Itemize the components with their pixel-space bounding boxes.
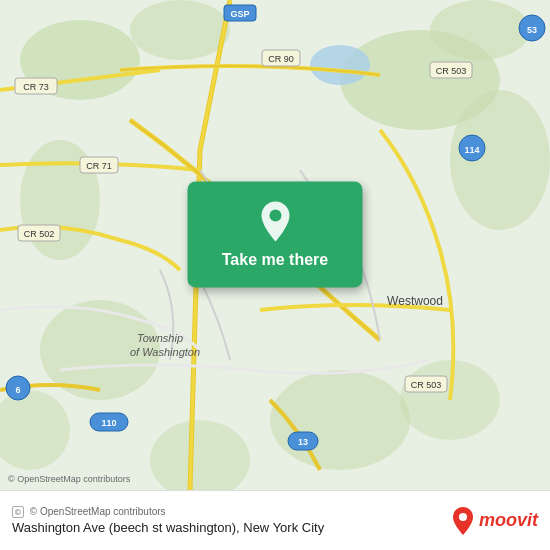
svg-text:of Washington: of Washington: [130, 346, 200, 358]
svg-text:CR 71: CR 71: [86, 161, 112, 171]
svg-text:GSP: GSP: [230, 9, 249, 19]
moovit-pin-icon: [451, 506, 475, 536]
svg-text:CR 502: CR 502: [24, 229, 55, 239]
svg-point-43: [269, 209, 281, 221]
svg-text:Westwood: Westwood: [387, 294, 443, 308]
osm-credit-text: © OpenStreetMap contributors: [30, 506, 166, 517]
svg-point-12: [310, 45, 370, 85]
take-me-there-button[interactable]: Take me there: [188, 181, 363, 287]
address-block: © © OpenStreetMap contributors Washingto…: [12, 506, 324, 535]
moovit-logo: moovit: [451, 506, 538, 536]
svg-point-2: [130, 0, 230, 60]
svg-point-6: [450, 90, 550, 230]
info-bar: © © OpenStreetMap contributors Washingto…: [0, 490, 550, 550]
osm-icon: ©: [12, 506, 24, 518]
map-container: CR 73 GSP CR 90 CR 503 53 CR 71 114 CR 5…: [0, 0, 550, 490]
svg-text:53: 53: [527, 25, 537, 35]
svg-point-9: [270, 370, 410, 470]
svg-point-44: [459, 513, 467, 521]
button-label: Take me there: [222, 251, 328, 269]
osm-attribution: © © OpenStreetMap contributors: [12, 506, 324, 518]
svg-point-4: [430, 0, 530, 60]
svg-text:© OpenStreetMap contributors: © OpenStreetMap contributors: [8, 474, 131, 484]
svg-text:CR 90: CR 90: [268, 54, 294, 64]
svg-text:13: 13: [298, 437, 308, 447]
svg-text:114: 114: [464, 145, 479, 155]
svg-text:110: 110: [101, 418, 116, 428]
svg-text:6: 6: [15, 385, 20, 395]
address-text: Washington Ave (beech st washington), Ne…: [12, 520, 324, 535]
moovit-brand-text: moovit: [479, 510, 538, 531]
svg-text:Township: Township: [137, 332, 183, 344]
button-overlay: Take me there: [188, 181, 363, 287]
svg-text:CR 503: CR 503: [436, 66, 467, 76]
location-pin-icon: [257, 199, 293, 243]
svg-text:CR 73: CR 73: [23, 82, 49, 92]
svg-text:CR 503: CR 503: [411, 380, 442, 390]
